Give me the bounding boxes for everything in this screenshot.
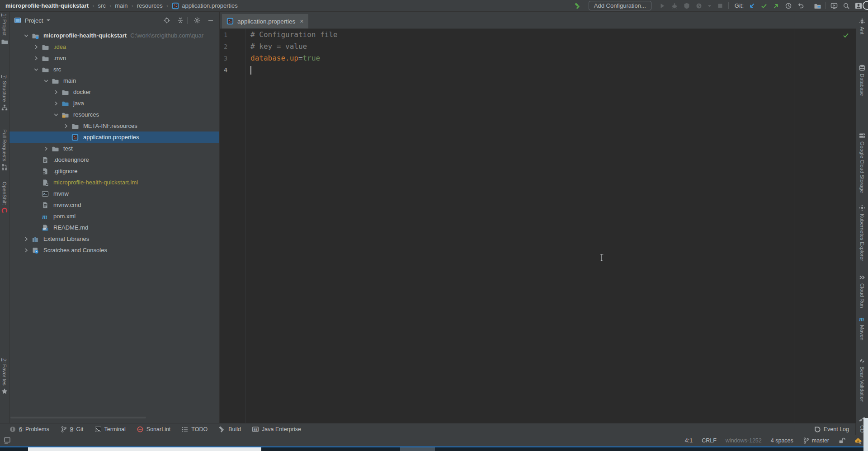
breadcrumb-item-resources[interactable]: resources bbox=[137, 2, 163, 9]
chevron-down-icon[interactable] bbox=[22, 32, 30, 39]
chevron-down-icon[interactable] bbox=[42, 77, 50, 85]
chevron-right-icon[interactable] bbox=[22, 247, 30, 254]
tree-row-mvnw[interactable]: mvnw bbox=[9, 188, 219, 199]
event-log-button[interactable]: Event Log bbox=[814, 426, 849, 433]
status-widget-indent-style[interactable]: 4 spaces bbox=[771, 437, 793, 444]
tree-row-idea[interactable]: .idea bbox=[9, 41, 219, 52]
chevron-right-icon[interactable] bbox=[32, 55, 40, 62]
search-everywhere-button[interactable] bbox=[842, 2, 850, 10]
project-folder-icon[interactable] bbox=[813, 2, 821, 10]
tree-label: pom.xml bbox=[53, 213, 75, 220]
close-icon[interactable]: × bbox=[300, 18, 303, 25]
chevron-right-icon[interactable] bbox=[62, 122, 70, 130]
tree-row-microprofile-health-quickstart[interactable]: microprofile-health-quickstartC:\work\sr… bbox=[9, 30, 219, 41]
toolwindow-button-openshift[interactable]: OpenShift bbox=[0, 182, 9, 214]
toolwindow-button-structure[interactable]: 7: Structure bbox=[0, 75, 9, 111]
toolwindow-button-cloud-run[interactable]: Cloud Run bbox=[856, 274, 868, 308]
build-project-button[interactable] bbox=[574, 2, 582, 10]
stop-button[interactable] bbox=[716, 2, 724, 10]
tree-row-external-libraries[interactable]: External Libraries bbox=[9, 233, 219, 244]
gear-icon[interactable] bbox=[193, 16, 201, 24]
toolwindow-button-terminal[interactable]: Terminal bbox=[94, 426, 126, 433]
code-editor[interactable]: 1# Configuration file2# key = value3data… bbox=[220, 29, 856, 423]
tree-row-src[interactable]: src bbox=[9, 64, 219, 75]
line-number: 1 bbox=[224, 29, 239, 41]
horizontal-scrollbar[interactable] bbox=[10, 417, 146, 418]
breadcrumb-item-src[interactable]: src bbox=[98, 2, 106, 9]
editor-tab[interactable]: application.properties × bbox=[222, 14, 308, 28]
git-push-button[interactable] bbox=[772, 2, 780, 10]
tree-row-scratches-and-consoles[interactable]: Scratches and Consoles bbox=[9, 244, 219, 256]
toolwindow-button-pull-requests[interactable]: Pull Requests bbox=[0, 129, 9, 171]
branch-icon bbox=[60, 426, 67, 433]
toolwindow-button-maven[interactable]: mMaven bbox=[856, 315, 868, 341]
hide-panel-button[interactable] bbox=[207, 16, 215, 24]
toolwindow-button-kubernetes-explorer[interactable]: Kubernetes Explorer bbox=[856, 204, 868, 261]
breadcrumb-file[interactable]: application.properties bbox=[172, 2, 238, 9]
panel-title[interactable]: Project bbox=[25, 17, 43, 24]
tree-row-mvn[interactable]: .mvn bbox=[9, 52, 219, 64]
chevron-right-icon[interactable] bbox=[22, 235, 30, 243]
tree-row-application-properties[interactable]: application.properties bbox=[9, 132, 219, 143]
toolwindow-button-database[interactable]: Database bbox=[856, 64, 868, 96]
toolwindow-button-sonarlint[interactable]: SonarLint bbox=[137, 426, 171, 433]
toolwindow-button-java-enterprise[interactable]: EEJava Enterprise bbox=[252, 426, 301, 433]
toolwindow-button-google-cloud-storage[interactable]: Google Cloud Storage bbox=[856, 132, 868, 193]
user-avatar[interactable] bbox=[854, 2, 863, 10]
os-taskbar bbox=[0, 446, 868, 451]
tree-row-java[interactable]: java bbox=[9, 98, 219, 109]
chevron-right-icon[interactable] bbox=[32, 43, 40, 51]
collapse-all-button[interactable] bbox=[176, 16, 184, 24]
history-button[interactable] bbox=[784, 2, 793, 10]
status-widget-file-encoding[interactable]: windows-1252 bbox=[726, 437, 762, 444]
tree-row-main[interactable]: main bbox=[9, 75, 219, 86]
run-button[interactable] bbox=[658, 2, 666, 10]
profiler-button[interactable] bbox=[695, 2, 703, 10]
toolwindow-button-favorites[interactable]: 2: Favorites bbox=[0, 358, 9, 395]
debug-button[interactable] bbox=[670, 2, 679, 10]
chevron-down-icon[interactable] bbox=[32, 66, 40, 73]
run-with-coverage-button[interactable] bbox=[683, 2, 691, 10]
toolwindow-button-problems[interactable]: 6: Problems bbox=[9, 426, 49, 433]
toolwindow-button-bean-validation[interactable]: Bean Validation bbox=[856, 357, 868, 403]
run-configurations-dropdown[interactable]: Add Configuration... bbox=[589, 1, 651, 10]
select-opened-file-button[interactable] bbox=[163, 16, 171, 24]
tree-row-meta-inf-resources[interactable]: META-INF.resources bbox=[9, 120, 219, 132]
taskbar-app-button[interactable] bbox=[28, 447, 261, 451]
status-widget-sync-status[interactable] bbox=[854, 437, 862, 444]
tree-row-gitignore[interactable]: .gitignore bbox=[9, 165, 219, 177]
git-update-button[interactable] bbox=[748, 2, 756, 10]
toolwindow-button-git[interactable]: 9: Git bbox=[60, 426, 84, 433]
chevron-down-icon[interactable] bbox=[46, 18, 51, 23]
tree-row-docker[interactable]: docker bbox=[9, 86, 219, 98]
toolwindow-button-project[interactable]: 1: Project bbox=[0, 14, 9, 45]
tree-row-readme-md[interactable]: MDREADME.md bbox=[9, 222, 219, 233]
rollback-button[interactable] bbox=[797, 2, 805, 10]
breadcrumb-project[interactable]: microprofile-health-quickstart bbox=[5, 2, 89, 9]
toolwindow-button-ant[interactable]: Ant bbox=[856, 17, 868, 34]
tree-row-resources[interactable]: resources bbox=[9, 109, 219, 120]
toolwindow-button-todo[interactable]: TODO bbox=[181, 426, 208, 433]
tree-row-mvnw-cmd[interactable]: mvnw.cmd bbox=[9, 199, 219, 211]
status-widget-git-branch[interactable]: master bbox=[802, 437, 829, 444]
toolwindow-button-build[interactable]: Build bbox=[218, 426, 241, 433]
status-widget-caret-position[interactable]: 4:1 bbox=[685, 437, 693, 444]
chevron-down-icon[interactable] bbox=[52, 111, 60, 118]
chevron-right-icon[interactable] bbox=[52, 100, 60, 107]
tree-row-pom-xml[interactable]: mpom.xml bbox=[9, 211, 219, 222]
chevron-right-icon[interactable] bbox=[52, 89, 60, 96]
tree-label: java bbox=[73, 100, 84, 107]
chevron-right-icon[interactable] bbox=[42, 145, 50, 152]
status-widget-read-only-toggle[interactable] bbox=[838, 437, 845, 444]
tree-row-microprofile-health-quickstart-iml[interactable]: microprofile-health-quickstart.iml bbox=[9, 177, 219, 188]
breadcrumb-item-main[interactable]: main bbox=[115, 2, 127, 9]
run-anything-button[interactable] bbox=[830, 2, 838, 10]
taskbar-app-button[interactable] bbox=[400, 447, 435, 451]
tree-row-test[interactable]: test bbox=[9, 143, 219, 154]
git-commit-button[interactable] bbox=[760, 2, 768, 10]
status-widget-line-separator[interactable]: CRLF bbox=[702, 437, 717, 444]
toolwindow-toggle-icon[interactable] bbox=[4, 437, 11, 444]
tree-row-dockerignore[interactable]: .dockerignore bbox=[9, 154, 219, 165]
chevron-down-icon[interactable] bbox=[707, 2, 712, 10]
inspection-ok-icon[interactable] bbox=[842, 32, 849, 39]
